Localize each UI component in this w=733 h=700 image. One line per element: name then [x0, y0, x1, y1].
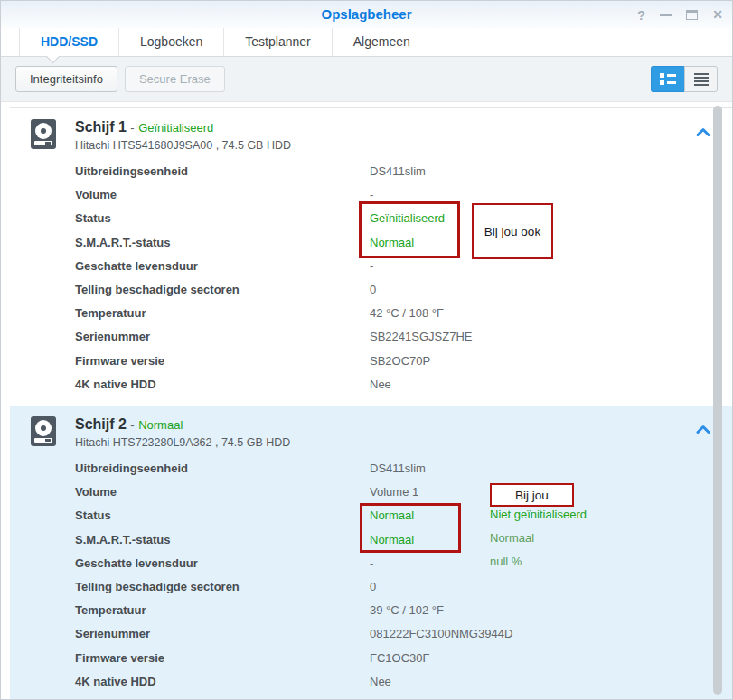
annotation-note: null % — [490, 550, 587, 574]
annotation-rect-disk2-status — [360, 503, 461, 553]
integrity-info-button[interactable]: Integriteitsinfo — [15, 66, 117, 92]
maximize-icon[interactable] — [686, 10, 698, 20]
disk2-detail-table: UitbreidingseenheidDS411slim VolumeVolum… — [10, 456, 732, 693]
table-row: UitbreidingseenheidDS411slim — [10, 456, 732, 480]
secure-erase-button[interactable]: Secure Erase — [125, 66, 225, 92]
close-icon[interactable]: ✕ — [712, 7, 723, 22]
table-row: 4K native HDDNee — [10, 669, 732, 693]
hdd-icon — [31, 119, 56, 149]
table-row: Temperatuur42 °C / 108 °F — [10, 301, 732, 324]
detail-list-icon — [660, 73, 676, 85]
table-row: Firmware versieFC1OC30F — [10, 646, 732, 669]
annotation-note: Niet geïnitialiseerd — [490, 503, 587, 527]
table-row: Firmware versieSB2OC70P — [10, 349, 732, 372]
disk2-collapse-chevron-icon[interactable] — [696, 422, 710, 438]
table-row: Telling beschadigde sectoren0 — [10, 574, 732, 598]
storage-manager-window: Opslagbeheer ? ✕ HDD/SSD Logboeken Testp… — [0, 0, 733, 700]
table-row: Geschatte levensduur- — [10, 551, 732, 574]
disk1-header: Schijf 1 - Geïnitialiseerd Hitachi HTS54… — [10, 108, 732, 154]
disk2-header: Schijf 2 - Normaal Hitachi HTS723280L9A3… — [10, 406, 732, 451]
table-row: VolumeVolume 1 — [10, 480, 732, 503]
table-row: SerienummerSB2241SGJSZ7HE — [10, 324, 732, 348]
titlebar: Opslagbeheer ? ✕ — [1, 1, 732, 28]
table-row: Serienummer081222FC3100NMG3944D — [10, 621, 732, 645]
disk2-title: Schijf 2 - Normaal — [75, 416, 732, 433]
disk1-collapse-chevron-icon[interactable] — [696, 125, 710, 141]
help-icon[interactable]: ? — [637, 7, 645, 23]
list-view-button[interactable] — [684, 66, 718, 92]
annotation-callout-disk1: Bij jou ook — [472, 203, 553, 259]
window-title: Opslagbeheer — [1, 1, 732, 28]
disk-list: Schijf 1 - Geïnitialiseerd Hitachi HTS54… — [1, 102, 732, 699]
table-row: 4K native HDDNee — [10, 372, 732, 396]
annotation-notes: Niet geïnitialiseerd Normaal null % — [490, 503, 587, 574]
annotation-note: Normaal — [490, 527, 587, 550]
annotation-rect-disk1-status — [359, 201, 460, 258]
disk1-status-badge: Geïnitialiseerd — [138, 121, 213, 135]
view-toggle-group — [651, 66, 718, 92]
tab-algemeen[interactable]: Algemeen — [332, 28, 431, 56]
table-row: Telling beschadigde sectoren0 — [10, 277, 732, 301]
tab-hdd-ssd[interactable]: HDD/SSD — [19, 28, 118, 56]
disk1-detail-table: UitbreidingseenheidDS411slim Volume- Sta… — [10, 159, 732, 396]
disk1-title: Schijf 1 - Geïnitialiseerd — [75, 119, 732, 135]
minimize-icon[interactable] — [660, 14, 672, 16]
tab-logboeken[interactable]: Logboeken — [118, 28, 223, 56]
tab-bar: HDD/SSD Logboeken Testplanner Algemeen — [1, 28, 732, 57]
tab-testplanner[interactable]: Testplanner — [223, 28, 331, 56]
hamburger-icon — [694, 73, 709, 86]
disk2-status-badge: Normaal — [138, 418, 183, 432]
table-row: UitbreidingseenheidDS411slim — [10, 159, 732, 182]
disk1-model: Hitachi HTS541680J9SA00 , 74.5 GB HDD — [75, 139, 732, 152]
detail-view-button[interactable] — [651, 66, 684, 92]
hdd-icon — [31, 416, 56, 446]
vertical-scrollbar-thumb[interactable] — [713, 106, 722, 695]
window-controls: ? ✕ — [637, 1, 723, 28]
toolbar: Integriteitsinfo Secure Erase — [1, 57, 732, 102]
table-row: Temperatuur39 °C / 102 °F — [10, 598, 732, 621]
disk2-model: Hitachi HTS723280L9A362 , 74.5 GB HDD — [75, 436, 732, 449]
